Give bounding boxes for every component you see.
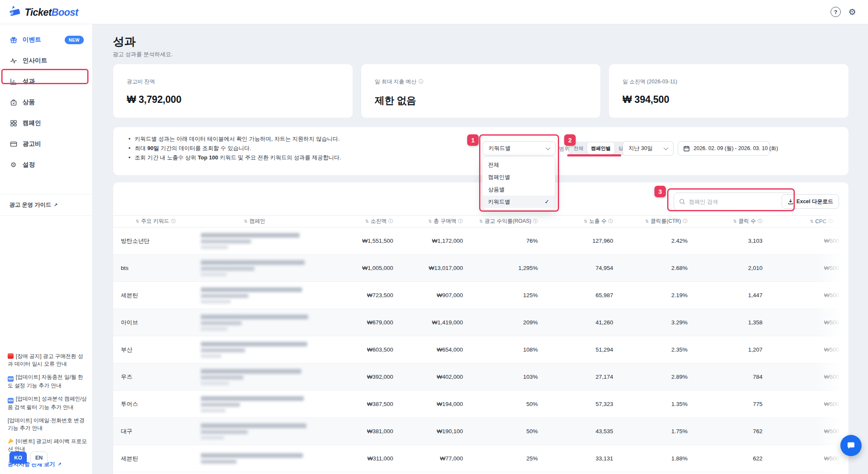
external-link-icon: ↗	[54, 202, 57, 208]
scope-label: 범위	[559, 145, 570, 153]
col-header-spend[interactable]: ⇅소진액ⓘ	[311, 218, 394, 225]
language-toggle: KO EN	[9, 451, 48, 464]
notice-list: [장애 공지] 광고 구매전환 성과 데이터 일시 오류 안내 NEW[업데이트…	[8, 352, 87, 468]
sort-icon: ⇅	[244, 219, 248, 224]
table-row[interactable]: 대구 ₩381,000 ₩190,100 50% 43,535 1.75% 76…	[113, 418, 849, 445]
menu-option-by-product[interactable]: 상품별	[483, 183, 555, 196]
sidebar-item-label: 상품	[23, 98, 35, 106]
excel-download-button[interactable]: Excel 다운로드	[782, 194, 839, 209]
table-row[interactable]: 세븐틴 ₩723,500 ₩907,000 125% 65,987 2.19% …	[113, 282, 849, 309]
notice-item[interactable]: NEW[업데이트] 성과분석 캠페인/상품 검색 필터 기능 추가 안내	[8, 395, 87, 411]
info-icon: ⓘ	[758, 218, 763, 224]
info-icon: ⓘ	[683, 218, 688, 224]
party-emoji	[8, 438, 14, 444]
new-emoji: NEW	[8, 376, 14, 382]
annotation-badge-2: 2	[564, 134, 576, 146]
redacted-campaign	[198, 287, 311, 304]
col-header-impressions[interactable]: ⇅노출 수ⓘ	[539, 218, 614, 225]
col-header-keyword[interactable]: ⇅주요 키워드ⓘ	[113, 218, 198, 225]
menu-option-by-keyword[interactable]: 키워드별✓	[483, 196, 555, 208]
menu-option-by-campaign[interactable]: 캠페인별	[483, 171, 555, 183]
notice-item[interactable]: [업데이트] 이메일·전화번호 변경 기능 추가 안내	[8, 417, 87, 432]
sidebar-item-settings[interactable]: ⚙ 설정	[0, 154, 92, 175]
sidebar-item-events[interactable]: 이벤트 NEW	[0, 29, 92, 50]
campaign-search	[674, 193, 794, 210]
topbar: TicketBoost ? ⚙	[0, 0, 868, 24]
redacted-campaign	[198, 369, 311, 385]
table-row[interactable]: 방탄소년단 ₩1,551,500 ₩1,172,000 76% 127,960 …	[113, 227, 849, 255]
sort-icon: ⇅	[645, 219, 649, 224]
table-header: ⇅주요 키워드ⓘ ⇅캠페인 ⇅소진액ⓘ ⇅총 구매액ⓘ ⇅광고 수익률(ROAS…	[113, 215, 849, 227]
settings-gear-icon[interactable]: ⚙	[848, 8, 856, 16]
chevron-down-icon	[545, 145, 550, 150]
new-emoji: NEW	[8, 398, 14, 403]
table-row[interactable]: 세븐틴 ₩311,000 ₩77,000 25% 33,131 1.88% 62…	[113, 445, 849, 472]
lang-en-button[interactable]: EN	[30, 451, 48, 464]
col-header-ctr[interactable]: ⇅클릭률(CTR)ⓘ	[614, 218, 688, 225]
external-link-icon: ↗	[57, 462, 61, 467]
notice-item[interactable]: [이벤트] 광고비 페이백 프로모션 안내	[8, 437, 87, 453]
redacted-campaign	[198, 423, 311, 440]
info-icon: ⓘ	[458, 218, 463, 224]
search-input[interactable]	[689, 199, 789, 205]
sidebar-item-label: 성과	[23, 77, 35, 85]
sort-icon: ⇅	[479, 219, 483, 224]
table-row[interactable]: 부산 ₩603,500 ₩654,000 108% 51,294 2.35% 1…	[113, 336, 849, 363]
table-row[interactable]: 아이브 ₩679,000 ₩1,419,000 209% 41,260 3.29…	[113, 309, 849, 336]
menu-option-all[interactable]: 전체	[483, 159, 555, 171]
col-header-campaign[interactable]: ⇅캠페인	[198, 218, 311, 225]
group-by-menu: 전체 캠페인별 상품별 키워드별✓	[482, 156, 555, 210]
col-header-roas[interactable]: ⇅광고 수익률(ROAS)ⓘ	[464, 218, 539, 225]
sidebar-item-insight[interactable]: 인사이트	[0, 50, 92, 71]
chat-bubble-icon	[846, 440, 856, 451]
sidebar-item-label: 인사이트	[23, 57, 47, 65]
period-select[interactable]: 지난 30일	[622, 141, 674, 156]
help-icon[interactable]: ?	[831, 7, 841, 17]
grid-icon	[9, 119, 17, 127]
gear-icon: ⚙	[9, 161, 17, 169]
pulse-icon	[9, 57, 17, 65]
download-icon	[788, 199, 794, 204]
sidebar-item-products[interactable]: 상품	[0, 92, 92, 113]
shopping-bag-icon	[9, 98, 17, 106]
notice-item[interactable]: NEW[업데이트] 자동충전 일/월 한도 설정 기능 추가 안내	[8, 373, 87, 389]
info-icon: ⓘ	[388, 218, 394, 224]
brand-name: TicketBoost	[25, 7, 78, 18]
sidebar-item-label: 설정	[23, 161, 35, 169]
sidebar-item-campaigns[interactable]: 캠페인	[0, 113, 92, 133]
stat-label: 광고비 잔액	[127, 78, 155, 85]
table-row[interactable]: 우즈 ₩392,000 ₩402,000 103% 27,174 2.89% 7…	[113, 363, 849, 391]
stat-label: 일 최대 지출 예산ⓘ	[375, 78, 424, 85]
stat-card-daily-budget: 일 최대 지출 예산ⓘ 제한 없음	[361, 64, 601, 118]
ad-guide-link[interactable]: 광고 운영 가이드 ↗	[0, 194, 92, 216]
redacted-campaign	[198, 396, 311, 412]
col-header-clicks[interactable]: ⇅클릭 수ⓘ	[688, 218, 763, 225]
info-icon: ⓘ	[533, 218, 538, 224]
col-header-cpc[interactable]: ⇅CPCⓘ	[763, 218, 849, 224]
search-icon	[679, 199, 685, 205]
col-header-purchase[interactable]: ⇅총 구매액ⓘ	[394, 218, 464, 225]
app-root: TicketBoost ? ⚙ 이벤트 NEW 인사이트	[0, 0, 868, 474]
bar-chart-icon	[9, 77, 17, 85]
chevron-down-icon	[663, 145, 668, 150]
brand-logo[interactable]: TicketBoost	[9, 6, 78, 19]
annotation-badge-1: 1	[467, 134, 479, 146]
annotation-underline-2	[567, 154, 621, 156]
sidebar-item-adspend[interactable]: 광고비	[0, 133, 92, 154]
sidebar-item-performance[interactable]: 성과	[0, 71, 92, 92]
table-row[interactable]: 투어스 ₩387,500 ₩194,000 50% 57,323 1.35% 7…	[113, 391, 849, 418]
sort-icon: ⇅	[365, 219, 369, 224]
lang-ko-button[interactable]: KO	[9, 451, 27, 464]
info-icon: ⓘ	[828, 218, 834, 224]
info-icon[interactable]: ⓘ	[419, 78, 424, 85]
tab-by-campaign[interactable]: 캠페인별	[587, 142, 614, 154]
chat-fab-button[interactable]	[840, 435, 862, 456]
group-by-select[interactable]: 키워드별	[483, 141, 556, 156]
table-row[interactable]: bts ₩1,005,000 ₩13,017,000 1,295% 74,954…	[113, 255, 849, 282]
sidebar: 이벤트 NEW 인사이트 성과 상품	[0, 24, 93, 474]
date-range-button[interactable]: 2026. 02. 09 (월) - 2026. 03. 10 (화)	[678, 141, 770, 156]
calendar-icon	[683, 145, 690, 152]
stat-card-daily-spend: 일 소진액 (2026-03-11) ₩ 394,500	[608, 64, 849, 118]
sort-icon: ⇅	[428, 219, 432, 224]
notice-item[interactable]: [장애 공지] 광고 구매전환 성과 데이터 일시 오류 안내	[8, 352, 87, 368]
